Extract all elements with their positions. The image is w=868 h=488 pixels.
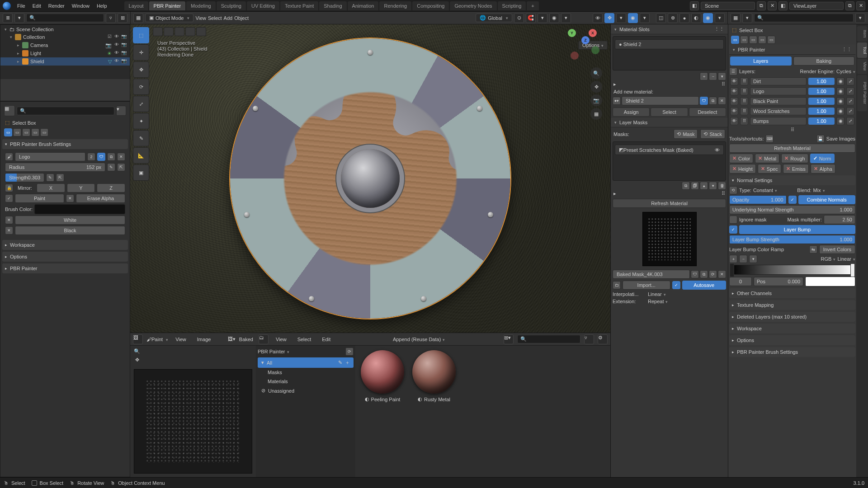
- render-icon[interactable]: 📷: [121, 50, 127, 56]
- workspace-shading[interactable]: Shading: [319, 1, 346, 10]
- tool-scale-icon[interactable]: ⤢: [133, 96, 149, 112]
- refresh-material-button-2[interactable]: Refresh Material: [729, 144, 855, 153]
- shading-rendered-icon[interactable]: ◉: [703, 13, 713, 23]
- mask-mult-field[interactable]: 2.50: [824, 215, 855, 224]
- combine-normals-button[interactable]: Combine Normals: [798, 195, 856, 204]
- tool-measure-icon[interactable]: 📐: [133, 147, 149, 164]
- r-selmode-1-icon[interactable]: ▭: [731, 36, 739, 44]
- select-button[interactable]: Select: [651, 108, 688, 117]
- r-selmode-5-icon[interactable]: ▭: [767, 36, 775, 44]
- tab-layers[interactable]: Layers: [730, 56, 792, 66]
- brush-fake-user-icon[interactable]: 🛡: [97, 153, 105, 161]
- exclude-checkbox-icon[interactable]: ☑: [106, 34, 113, 40]
- layers-menu-icon[interactable]: ☰: [729, 67, 737, 75]
- menu-file[interactable]: File: [14, 1, 29, 10]
- extension-dropdown[interactable]: Repeat: [648, 299, 726, 304]
- refresh-material-button[interactable]: Refresh Material: [613, 199, 726, 208]
- slot-remove-icon[interactable]: －: [709, 72, 717, 80]
- slot-menu-icon[interactable]: ▾: [718, 72, 726, 80]
- type-link-icon[interactable]: ⟲: [729, 186, 737, 194]
- tool-search-input[interactable]: 🔍: [17, 107, 114, 115]
- 3d-menu-select[interactable]: Select: [208, 15, 222, 21]
- blend-dropdown[interactable]: Mix: [813, 188, 855, 193]
- npanel-opts-icon[interactable]: ▾: [742, 13, 752, 23]
- selmode-e-icon[interactable]: [196, 27, 206, 36]
- black-x-icon[interactable]: ✕: [5, 226, 13, 235]
- asset-cat-all[interactable]: ▾All✎＋: [258, 357, 354, 368]
- vtab-item[interactable]: Item: [857, 26, 867, 42]
- underlying-strength-field[interactable]: Underlying Normal Strength 1.000: [729, 205, 855, 214]
- layer-lock-icon[interactable]: ⤢: [846, 77, 854, 85]
- layer-bump-strength-field[interactable]: Layer Bump Strength 1.000: [729, 235, 855, 244]
- shading-matprev-icon[interactable]: ◐: [691, 13, 701, 23]
- layer-opacity[interactable]: 1.00: [808, 108, 835, 115]
- hide-icon[interactable]: 👁: [113, 50, 120, 56]
- selmode-2-icon[interactable]: ▭: [13, 128, 21, 136]
- baked-reload-icon[interactable]: ⟳: [709, 270, 717, 278]
- baked-unlink-icon[interactable]: ✕: [718, 270, 726, 278]
- npanel-search-input[interactable]: 🔍: [754, 14, 854, 22]
- asset-rusty-metal[interactable]: ◐Rusty Metal: [411, 350, 457, 402]
- chan-color[interactable]: ✕Color: [729, 154, 753, 163]
- npanel-filter-icon[interactable]: ▾: [855, 13, 865, 23]
- npanel-editor-type-icon[interactable]: ▦: [731, 13, 741, 23]
- r-selmode-3-icon[interactable]: ▭: [749, 36, 757, 44]
- axis-z-icon[interactable]: Z: [581, 36, 590, 44]
- strength-slider[interactable]: Strength 0.303: [5, 173, 44, 182]
- viewlayer-browse-icon[interactable]: ◧: [778, 1, 788, 10]
- mirror-z-button[interactable]: Z: [97, 183, 125, 192]
- material-fakeuser-icon[interactable]: 🛡: [700, 97, 708, 105]
- render-icon[interactable]: 📷: [121, 58, 127, 65]
- disable-render-icon[interactable]: 📷: [121, 34, 127, 40]
- menu-edit[interactable]: Edit: [29, 1, 45, 10]
- nav-perspective-icon[interactable]: ▦: [590, 108, 602, 120]
- invert-colors-button[interactable]: Invert Colors: [819, 245, 855, 254]
- slot-add-icon[interactable]: ＋: [700, 72, 708, 80]
- workspace-section[interactable]: ▸Workspace: [2, 240, 128, 250]
- black-button[interactable]: Black: [15, 226, 125, 235]
- asset-menu-view[interactable]: View: [272, 335, 290, 343]
- layer-masks-header[interactable]: ▾Layer Masks: [611, 118, 728, 127]
- layer-solo-icon[interactable]: ◉: [836, 107, 844, 115]
- overlay-options-icon[interactable]: ▾: [640, 13, 650, 23]
- asset-display-icon[interactable]: ⊞▾: [504, 334, 514, 344]
- r-selmode-2-icon[interactable]: ▭: [740, 36, 748, 44]
- layer-row[interactable]: 👁 ⠿ Bumps 1.00 ◉ ⤢: [729, 116, 855, 126]
- baked-mask-name-field[interactable]: Baked Mask_4K.003: [613, 270, 690, 279]
- erase-alpha-button[interactable]: Erase Alpha: [76, 194, 125, 203]
- layer-solo-icon[interactable]: ◉: [836, 77, 844, 85]
- asset-menu-edit[interactable]: Edit: [318, 335, 334, 343]
- snap-toggle-icon[interactable]: 🧲: [526, 13, 536, 23]
- white-button[interactable]: White: [15, 216, 125, 225]
- selmode-a-icon[interactable]: [153, 27, 163, 36]
- tool-annotate-icon[interactable]: ✎: [133, 130, 149, 146]
- layer-visible-icon[interactable]: 👁: [730, 107, 738, 115]
- ignore-mask-check[interactable]: [729, 216, 737, 224]
- paint-check-icon[interactable]: ✓: [5, 194, 13, 202]
- axis-ny-icon[interactable]: [591, 46, 599, 54]
- chan-height[interactable]: ✕Height: [729, 164, 756, 174]
- asset-settings-icon[interactable]: ⚙: [598, 334, 608, 344]
- baked-new-icon[interactable]: ⧉: [700, 270, 708, 278]
- transform-orientation-dropdown[interactable]: 🌐 Global: [476, 14, 512, 22]
- layer-lock-icon[interactable]: ⤢: [846, 87, 854, 95]
- asset-menu-select[interactable]: Select: [294, 335, 315, 343]
- asset-cat-edit-icon[interactable]: ✎: [338, 360, 342, 366]
- axis-y-icon[interactable]: Y: [568, 29, 576, 37]
- deselect-button[interactable]: Deselect: [689, 108, 726, 117]
- workspace-modeling[interactable]: Modeling: [186, 1, 216, 10]
- radius-unit-icon[interactable]: ⇱: [117, 163, 125, 171]
- chan-alpha[interactable]: ✕Alpha: [811, 164, 835, 174]
- workspace-geometry-nodes[interactable]: Geometry Nodes: [450, 1, 496, 10]
- brush-color-swatch[interactable]: [34, 204, 125, 214]
- viewlayer-delete-icon[interactable]: ✕: [856, 1, 865, 10]
- panel-menu-icon[interactable]: ⋮⋮: [714, 26, 724, 32]
- color-ramp[interactable]: [730, 265, 854, 275]
- asset-cat-add-icon[interactable]: ＋: [345, 359, 350, 366]
- layer-row[interactable]: 👁 ⠿ Black Paint 1.00 ◉ ⤢: [729, 96, 855, 106]
- layer-lock-icon[interactable]: ⤢: [846, 107, 854, 115]
- tab-baking[interactable]: Baking: [793, 56, 855, 66]
- material-new-icon[interactable]: ⧉: [709, 97, 717, 105]
- layer-opacity[interactable]: 1.00: [808, 98, 835, 105]
- erase-check-icon[interactable]: ✕: [66, 194, 74, 202]
